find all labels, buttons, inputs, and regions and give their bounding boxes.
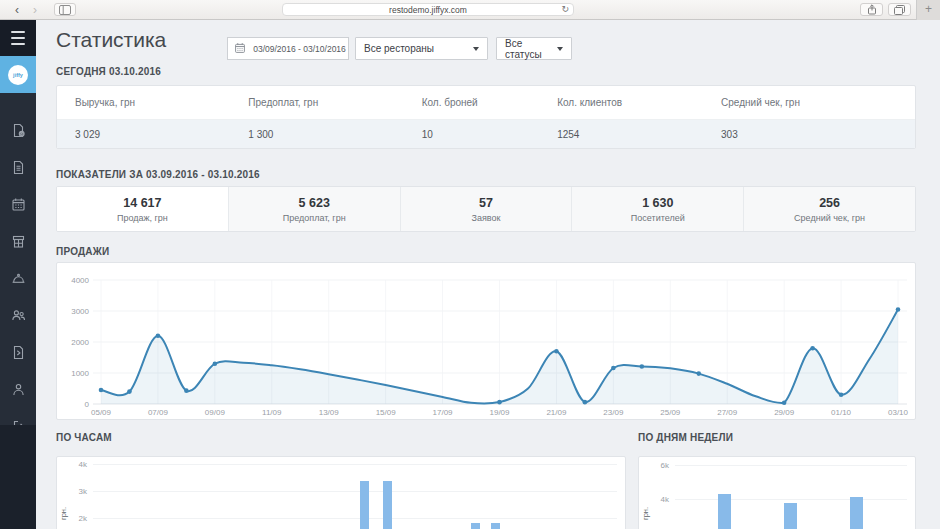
week-chart: грн. 6k4k <box>638 456 916 529</box>
storefront-icon <box>11 234 26 249</box>
sidebar-item-documents[interactable] <box>0 149 36 186</box>
restaurant-select-value: Все рестораны <box>364 43 434 54</box>
svg-text:21/09: 21/09 <box>546 408 567 417</box>
svg-text:4000: 4000 <box>71 276 89 285</box>
col-header: Кол. клиентов <box>539 86 703 119</box>
chevron-down-icon <box>557 47 563 51</box>
weekdays-section-label: ПО ДНЯМ НЕДЕЛИ <box>638 432 733 443</box>
forward-button[interactable]: › <box>33 2 37 18</box>
calendar-filter-icon <box>234 40 246 58</box>
svg-text:15/09: 15/09 <box>376 408 397 417</box>
chevron-down-icon <box>473 47 479 51</box>
reload-icon[interactable]: ↻ <box>561 4 569 14</box>
sidebar-item-menu[interactable] <box>0 20 36 56</box>
stat-card-sales[interactable]: 14 617 Продаж, грн <box>57 187 228 231</box>
users-icon <box>11 308 26 323</box>
hamburger-icon <box>11 29 25 47</box>
main-content: Статистика Все рестораны Все статусы СЕГ… <box>36 20 940 529</box>
jiffy-logo: jiffy <box>8 65 28 85</box>
today-section-label: СЕГОДНЯ 03.10.2016 <box>56 66 161 77</box>
document-arrow-icon <box>11 345 26 360</box>
today-table: Выручка, грн Предоплат, грн Кол. броней … <box>56 85 916 149</box>
col-header: Средний чек, грн <box>703 86 915 119</box>
sidebar-toggle-icon <box>59 1 71 19</box>
sales-chart-panel: 05/0907/0909/0911/0913/0915/0917/0919/09… <box>56 262 916 420</box>
tabs-overview-button[interactable] <box>888 3 911 16</box>
document-gear-icon <box>11 123 26 138</box>
svg-text:0: 0 <box>85 400 90 409</box>
back-button[interactable]: ‹ <box>15 2 19 18</box>
calendar-icon <box>11 197 26 212</box>
col-header: Предоплат, грн <box>230 86 403 119</box>
share-button[interactable] <box>860 3 883 16</box>
cell-clients: 1254 <box>539 120 703 149</box>
sidebar-item-invoices[interactable] <box>0 334 36 371</box>
svg-text:27/09: 27/09 <box>717 408 738 417</box>
svg-text:11/09: 11/09 <box>262 408 282 417</box>
svg-text:17/09: 17/09 <box>433 408 454 417</box>
svg-text:09/09: 09/09 <box>205 408 226 417</box>
sales-chart: 05/0907/0909/0911/0913/0915/0917/0919/09… <box>57 263 915 419</box>
url-text: restodemo.jiffyx.com <box>389 5 467 15</box>
hours-section-label: ПО ЧАСАМ <box>56 432 112 443</box>
sidebar-item-reports[interactable] <box>0 112 36 149</box>
cell-bookings: 10 <box>404 120 540 149</box>
sidebar-item-clients[interactable] <box>0 297 36 334</box>
col-header: Выручка, грн <box>57 86 230 119</box>
svg-text:05/09: 05/09 <box>91 408 112 417</box>
user-icon <box>11 382 26 397</box>
sales-section-label: ПРОДАЖИ <box>56 246 109 257</box>
svg-text:25/09: 25/09 <box>660 408 681 417</box>
status-select-value: Все статусы <box>505 38 549 60</box>
svg-text:13/09: 13/09 <box>319 408 340 417</box>
today-table-header: Выручка, грн Предоплат, грн Кол. броней … <box>57 86 915 120</box>
sidebar-item-brand[interactable]: jiffy <box>0 56 36 93</box>
sidebar: jiffy <box>0 20 36 529</box>
cell-prepaid: 1 300 <box>230 120 403 149</box>
svg-text:3000: 3000 <box>71 307 89 316</box>
url-field[interactable]: restodemo.jiffyx.com ↻ <box>282 3 574 16</box>
stat-card-requests[interactable]: 57 Заявок <box>400 187 572 231</box>
sidebar-filler <box>0 425 36 529</box>
cell-revenue: 3 029 <box>57 120 230 149</box>
date-range-input[interactable] <box>251 43 348 55</box>
date-range-box <box>251 37 349 60</box>
sidebar-item-restaurants[interactable] <box>0 223 36 260</box>
today-table-row: 3 029 1 300 10 1254 303 <box>57 120 915 149</box>
page-title: Статистика <box>56 28 166 52</box>
svg-text:1000: 1000 <box>71 369 89 378</box>
svg-text:19/09: 19/09 <box>489 408 510 417</box>
new-tab-button[interactable]: + <box>916 0 940 20</box>
hours-chart: грн. 4k3k2k <box>56 456 626 529</box>
svg-text:01/10: 01/10 <box>831 408 852 417</box>
indicators-section-label: ПОКАЗАТЕЛИ ЗА 03.09.2016 - 03.10.2016 <box>56 169 260 180</box>
restaurant-select[interactable]: Все рестораны <box>355 37 488 60</box>
col-header: Кол. броней <box>404 86 540 119</box>
sidebar-item-dishes[interactable] <box>0 260 36 297</box>
date-range-icon-box[interactable] <box>227 37 252 60</box>
svg-text:29/09: 29/09 <box>774 408 795 417</box>
status-select[interactable]: Все статусы <box>496 37 572 60</box>
share-icon <box>867 1 877 19</box>
stat-card-avg-check[interactable]: 256 Средний чек, грн <box>743 187 915 231</box>
indicator-cards: 14 617 Продаж, грн 5 623 Предоплат, грн … <box>56 186 916 232</box>
sidebar-item-calendar[interactable] <box>0 186 36 223</box>
sidebar-item-profile[interactable] <box>0 371 36 408</box>
tabs-overview-icon <box>894 1 905 19</box>
browser-chrome: ‹ › restodemo.jiffyx.com ↻ + <box>0 0 940 20</box>
svg-text:03/10: 03/10 <box>888 408 909 417</box>
svg-text:2000: 2000 <box>71 338 89 347</box>
svg-text:23/09: 23/09 <box>603 408 624 417</box>
cell-avg-check: 303 <box>703 120 915 149</box>
document-icon <box>11 160 26 175</box>
screen: ‹ › restodemo.jiffyx.com ↻ + <box>0 0 940 529</box>
week-ylabel: грн. <box>641 507 650 520</box>
sidebar-toggle-button[interactable] <box>54 3 76 16</box>
svg-text:07/09: 07/09 <box>148 408 169 417</box>
dish-icon <box>11 271 26 286</box>
stat-card-visitors[interactable]: 1 630 Посетителей <box>571 187 743 231</box>
stat-card-prepaid[interactable]: 5 623 Предоплат, грн <box>228 187 400 231</box>
